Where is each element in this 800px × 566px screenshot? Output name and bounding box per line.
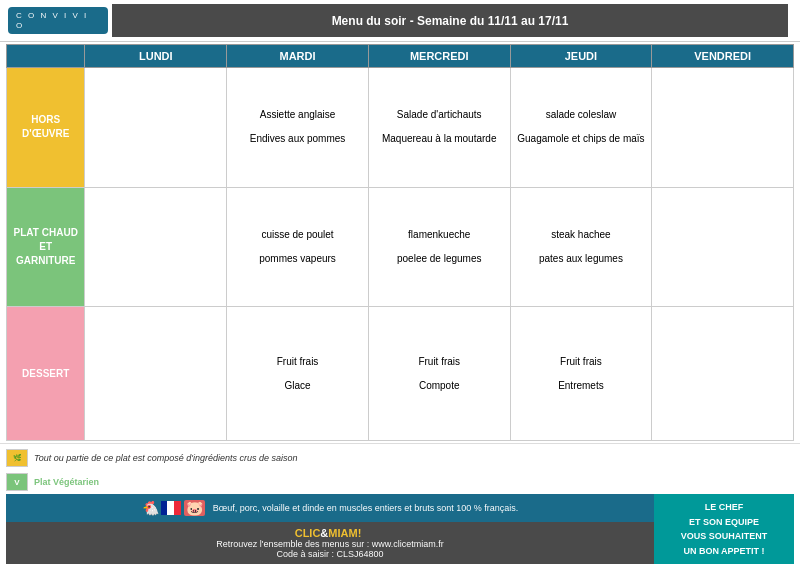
plat-chaud-mercredi-line2: poelee de legumes xyxy=(373,252,506,266)
dessert-mardi: Fruit frais Glace xyxy=(227,307,369,441)
vegetarian-text: Plat Végétarien xyxy=(34,477,99,487)
menu-title: Menu du soir - Semaine du 11/11 au 17/11 xyxy=(112,4,788,37)
dessert-label: DESSERT xyxy=(7,307,85,441)
clicetmiam-text: Retrouvez l'ensemble des menus sur : www… xyxy=(216,539,443,549)
dessert-vendredi xyxy=(652,307,794,441)
col-mardi: MARDI xyxy=(227,45,369,68)
col-jeudi: JEUDI xyxy=(510,45,652,68)
hors-oeuvre-vendredi xyxy=(652,68,794,188)
code-text: Code à saisir : CLSJ64800 xyxy=(276,549,383,559)
french-meat-bar: 🐔 🐷 Bœuf, porc, volaille et dinde en mus… xyxy=(6,494,654,522)
hors-oeuvre-mercredi-line1: Salade d'artichauts xyxy=(373,108,506,122)
dessert-row: DESSERT Fruit frais Glace Fruit frais Co… xyxy=(7,307,794,441)
plat-chaud-mardi-line2: pommes vapeurs xyxy=(231,252,364,266)
chef-message: LE CHEF ET SON EQUIPE VOUS SOUHAITENT UN… xyxy=(681,500,768,558)
main-table-area: LUNDI MARDI MERCREDI JEUDI VENDREDI HORS… xyxy=(0,42,800,443)
header-row: LUNDI MARDI MERCREDI JEUDI VENDREDI xyxy=(7,45,794,68)
hors-oeuvre-mercredi: Salade d'artichauts Maquereau à la mouta… xyxy=(368,68,510,188)
dessert-jeudi-line2: Entremets xyxy=(515,379,648,393)
french-flag xyxy=(161,501,181,515)
dessert-mercredi-line2: Compote xyxy=(373,379,506,393)
raw-ingredients-text: Tout ou partie de ce plat est composé d'… xyxy=(34,453,298,463)
footer-left-col: 🐔 🐷 Bœuf, porc, volaille et dinde en mus… xyxy=(6,494,654,564)
plat-chaud-lundi xyxy=(85,187,227,307)
dessert-mercredi-line1: Fruit frais xyxy=(373,355,506,369)
hors-oeuvre-jeudi-line1: salade coleslaw xyxy=(515,108,648,122)
chef-message-box: LE CHEF ET SON EQUIPE VOUS SOUHAITENT UN… xyxy=(654,494,794,564)
french-meat-text: Bœuf, porc, volaille et dinde en muscles… xyxy=(213,503,519,513)
plat-chaud-mardi: cuisse de poulet pommes vapeurs xyxy=(227,187,369,307)
dessert-mercredi: Fruit frais Compote xyxy=(368,307,510,441)
menu-table: LUNDI MARDI MERCREDI JEUDI VENDREDI HORS… xyxy=(6,44,794,441)
hors-oeuvre-jeudi: salade coleslaw Guagamole et chips de ma… xyxy=(510,68,652,188)
vegetarian-row: V Plat Végétarien xyxy=(6,470,794,494)
plat-chaud-label: PLAT CHAUD ET GARNITURE xyxy=(7,187,85,307)
hors-oeuvre-mardi-line1: Assiette anglaise xyxy=(231,108,364,122)
footer-area: 🌿 Tout ou partie de ce plat est composé … xyxy=(0,443,800,566)
vegetarian-icon: V xyxy=(6,473,28,491)
col-lundi: LUNDI xyxy=(85,45,227,68)
dessert-lundi xyxy=(85,307,227,441)
hors-oeuvre-label: HORS D'ŒUVRE xyxy=(7,68,85,188)
raw-ingredients-icon: 🌿 xyxy=(6,449,28,467)
logo: C O N V I V I O xyxy=(8,7,108,34)
hors-oeuvre-row: HORS D'ŒUVRE Assiette anglaise Endives a… xyxy=(7,68,794,188)
animals-icon: 🐔 🐷 xyxy=(142,500,207,516)
col-mercredi: MERCREDI xyxy=(368,45,510,68)
dessert-jeudi: Fruit frais Entremets xyxy=(510,307,652,441)
plat-chaud-mercredi-line1: flamenkueche xyxy=(373,228,506,242)
hors-oeuvre-mardi-line2: Endives aux pommes xyxy=(231,132,364,146)
hors-oeuvre-jeudi-line2: Guagamole et chips de maïs xyxy=(515,132,648,146)
raw-ingredients-row: 🌿 Tout ou partie de ce plat est composé … xyxy=(6,446,794,470)
plat-chaud-vendredi xyxy=(652,187,794,307)
dessert-jeudi-line1: Fruit frais xyxy=(515,355,648,369)
dessert-mardi-line2: Glace xyxy=(231,379,364,393)
plat-chaud-jeudi-line1: steak hachee xyxy=(515,228,648,242)
col-category xyxy=(7,45,85,68)
plat-chaud-jeudi-line2: pates aux legumes xyxy=(515,252,648,266)
header-bar: C O N V I V I O Menu du soir - Semaine d… xyxy=(0,0,800,42)
clicmiam-logo: CLIC&MIAM! xyxy=(295,527,362,539)
dessert-mardi-line1: Fruit frais xyxy=(231,355,364,369)
hors-oeuvre-mardi: Assiette anglaise Endives aux pommes xyxy=(227,68,369,188)
logo-area: C O N V I V I O xyxy=(8,7,108,34)
plat-chaud-row: PLAT CHAUD ET GARNITURE cuisse de poulet… xyxy=(7,187,794,307)
page: C O N V I V I O Menu du soir - Semaine d… xyxy=(0,0,800,566)
pig-icon: 🐷 xyxy=(184,500,205,516)
clicetmiam-bar: CLIC&MIAM! Retrouvez l'ensemble des menu… xyxy=(6,522,654,564)
plat-chaud-jeudi: steak hachee pates aux legumes xyxy=(510,187,652,307)
footer-combined: 🐔 🐷 Bœuf, porc, volaille et dinde en mus… xyxy=(6,494,794,564)
plat-chaud-mardi-line1: cuisse de poulet xyxy=(231,228,364,242)
chicken-icon: 🐔 xyxy=(142,500,159,516)
col-vendredi: VENDREDI xyxy=(652,45,794,68)
hors-oeuvre-lundi xyxy=(85,68,227,188)
plat-chaud-mercredi: flamenkueche poelee de legumes xyxy=(368,187,510,307)
hors-oeuvre-mercredi-line2: Maquereau à la moutarde xyxy=(373,132,506,146)
